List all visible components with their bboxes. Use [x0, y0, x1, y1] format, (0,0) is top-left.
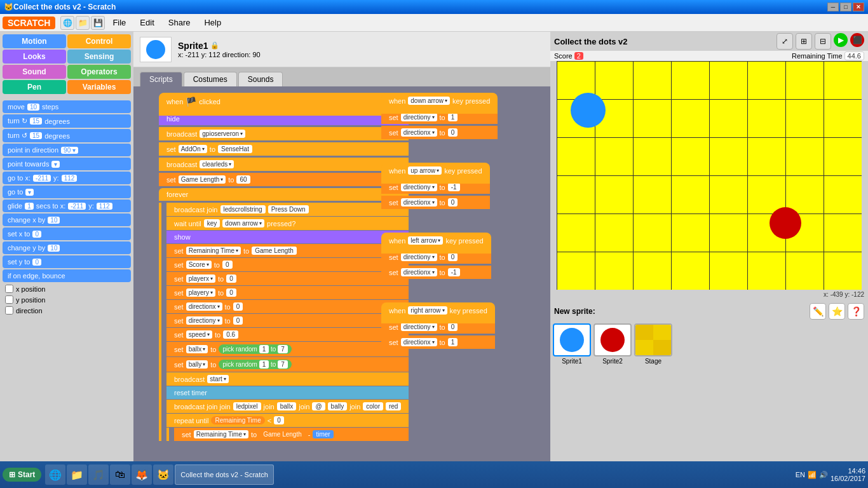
taskbar-system-tray: EN 📶 🔊 14:46 16/02/2017 — [796, 467, 865, 482]
check-y[interactable] — [5, 295, 13, 304]
block-set-directiony1[interactable]: set directiony to 0 — [166, 314, 409, 327]
block-bounce[interactable]: if on edge, bounce — [3, 269, 131, 282]
block-change-x[interactable]: change x by 10 — [3, 214, 131, 226]
block-set-x[interactable]: set x to 0 — [3, 227, 131, 240]
menu-file[interactable]: File — [106, 17, 132, 29]
zoom-out-button[interactable]: ⊟ — [815, 33, 831, 50]
block-wait-until[interactable]: wait until key down arrow pressed? — [166, 217, 409, 230]
category-sensing[interactable]: Sensing — [67, 50, 131, 64]
menu-help[interactable]: Help — [198, 17, 227, 29]
block-set-dx-up[interactable]: set directionx to 0 — [381, 196, 490, 209]
stage-item: Stage — [634, 323, 672, 365]
upload-sprite-button[interactable]: ⭐ — [829, 303, 845, 320]
taskbar-open-app[interactable]: Collect the dots v2 - Scratch — [175, 464, 274, 485]
block-broadcast-clearleds[interactable]: broadcast clearleds — [159, 158, 409, 171]
block-goto-xy[interactable]: go to x: -211 y: 112 — [3, 172, 131, 184]
check-x[interactable] — [5, 285, 13, 293]
taskbar-firefox[interactable]: 🦊 — [132, 464, 152, 485]
tab-scripts[interactable]: Scripts — [140, 72, 182, 86]
block-set-bally[interactable]: set bally to pick random 1 to 7 — [166, 357, 409, 372]
tab-sounds[interactable]: Sounds — [238, 72, 283, 86]
taskbar-ie[interactable]: 🌐 — [45, 464, 65, 485]
check-dir[interactable] — [5, 306, 13, 315]
right-panel: Collect the dots v2 ⤢ ⊞ ⊟ ▶ ⬛ Score 2 Re… — [550, 32, 868, 461]
block-point-towards[interactable]: point towards ▾ — [3, 158, 131, 170]
block-set-speed[interactable]: set speed to 0.6 — [166, 328, 409, 341]
block-repeat-until[interactable]: repeat until Remaining Time < 0 — [166, 414, 409, 427]
coords-value: x: -439 y: -122 — [824, 291, 864, 298]
hat-right-arrow[interactable]: when right arrow key pressed — [381, 302, 495, 318]
taskbar-file[interactable]: 📁 — [67, 464, 87, 485]
stage-label: Stage — [645, 358, 661, 365]
block-set-directionx1[interactable]: set directionx to 0 — [166, 300, 409, 313]
sprite-item-1: Sprite1 — [553, 323, 591, 365]
green-flag-button[interactable]: ▶ — [834, 33, 848, 47]
time-value: 44.6 — [844, 51, 864, 60]
stage-thumb[interactable] — [634, 323, 672, 356]
category-operators[interactable]: Operators — [67, 65, 131, 79]
preview-controls: ⤢ ⊞ ⊟ ▶ ⬛ — [776, 33, 864, 50]
block-move[interactable]: move 10 steps — [3, 100, 131, 113]
taskbar-media[interactable]: 🎵 — [88, 464, 109, 485]
category-sound[interactable]: Sound — [3, 65, 66, 79]
block-broadcast-start[interactable]: broadcast start — [166, 372, 409, 386]
save-button[interactable]: 📁 — [76, 16, 90, 30]
zoom-in-button[interactable]: ⊞ — [796, 33, 812, 50]
block-set-dx1[interactable]: set directionx to 0 — [381, 126, 498, 139]
menu-edit[interactable]: Edit — [133, 17, 160, 29]
close-button[interactable]: ✕ — [853, 3, 864, 11]
hat-up-arrow[interactable]: when up arrow key pressed — [381, 163, 490, 179]
taskbar-scratch[interactable]: 🐱 — [153, 464, 173, 485]
maximize-button[interactable]: □ — [840, 3, 851, 11]
fit-screen-button[interactable]: ⤢ — [776, 33, 793, 50]
block-goto[interactable]: go to ▾ — [3, 186, 131, 198]
minimize-button[interactable]: ─ — [827, 3, 839, 11]
category-control[interactable]: Control — [67, 34, 131, 48]
category-looks[interactable]: Looks — [3, 50, 66, 64]
block-change-y[interactable]: change y by 10 — [3, 241, 131, 254]
hat-when-clicked[interactable]: when 🏴 clicked — [159, 93, 409, 111]
hat-left-arrow[interactable]: when left arrow key pressed — [381, 233, 491, 248]
hat-down-arrow[interactable]: when down arrow key pressed — [381, 93, 498, 109]
block-turn-ccw[interactable]: turn ↺ 15 degrees — [3, 129, 131, 142]
block-broadcast-ledpixel[interactable]: broadcast join join ledpixel join ballx … — [166, 400, 409, 413]
block-set-dx-right[interactable]: set directionx to 1 — [381, 336, 495, 349]
block-set-y[interactable]: set y to 0 — [3, 255, 131, 268]
block-set-remaining-time2[interactable]: set Remaining Time to Game Length - time… — [174, 428, 409, 441]
menu-share[interactable]: Share — [162, 17, 197, 29]
block-glide[interactable]: glide 1 secs to x: -211 y: 112 — [3, 200, 131, 212]
scripts-canvas[interactable]: when 🏴 clicked hide broadcast gpioserver… — [133, 86, 550, 461]
start-button[interactable]: ⊞ Start — [3, 468, 41, 482]
sprite2-thumb[interactable] — [593, 323, 632, 356]
sprite-info: Sprite1 🔒 x: -211 y: 112 direction: 90 — [178, 41, 261, 58]
block-set-gamelength[interactable]: set Game Length to 60 — [159, 173, 409, 186]
middle-panel: Sprite1 🔒 x: -211 y: 112 direction: 90 S… — [133, 32, 550, 461]
block-broadcast-join-led[interactable]: broadcast join ledscrollstring Press Dow… — [166, 203, 409, 216]
category-pen[interactable]: Pen — [3, 80, 66, 94]
surprise-sprite-button[interactable]: ❓ — [848, 303, 864, 320]
block-set-ballx[interactable]: set ballx to pick random 1 to 7 — [166, 342, 409, 356]
paint-sprite-button[interactable]: ✏️ — [810, 303, 826, 320]
block-set-score[interactable]: set Score to 0 — [166, 258, 409, 271]
block-show[interactable]: show — [166, 231, 409, 243]
sprite1-thumb[interactable] — [553, 323, 591, 356]
save2-button[interactable]: 💾 — [91, 16, 105, 30]
block-reset-timer[interactable]: reset timer — [166, 386, 409, 399]
block-set-addon[interactable]: set AddOn to SenseHat — [159, 142, 409, 156]
stop-button[interactable]: ⬛ — [850, 33, 864, 47]
block-set-dx-left[interactable]: set directionx to -1 — [381, 266, 491, 279]
window-controls[interactable]: ─ □ ✕ — [827, 3, 864, 11]
taskbar-store[interactable]: 🛍 — [110, 464, 130, 485]
block-turn-cw[interactable]: turn ↻ 15 degrees — [3, 114, 131, 128]
block-forever[interactable]: forever — [159, 188, 409, 201]
block-set-playery[interactable]: set playery to 0 — [166, 286, 409, 299]
checkbox-x-position: x position — [3, 283, 131, 294]
block-set-playerx[interactable]: set playerx to 0 — [166, 272, 409, 285]
category-motion[interactable]: Motion — [3, 34, 66, 48]
category-variables[interactable]: Variables — [67, 80, 131, 94]
block-broadcast-gpio[interactable]: broadcast gpioserveron — [159, 127, 409, 140]
block-set-remaining-time[interactable]: set Remaining Time to Game Length — [166, 244, 409, 257]
language-button[interactable]: 🌐 — [60, 16, 74, 30]
block-point-dir[interactable]: point in direction 90 ▾ — [3, 144, 131, 156]
tab-costumes[interactable]: Costumes — [184, 72, 237, 86]
